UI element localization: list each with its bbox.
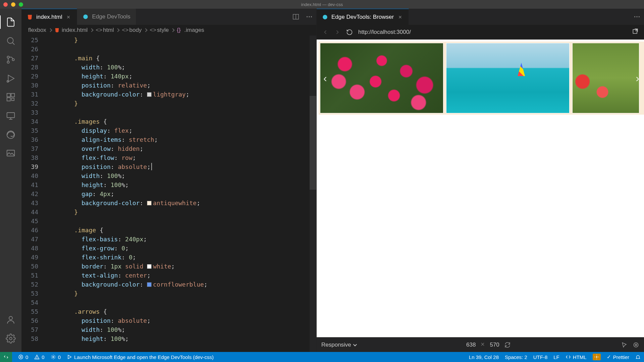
responsive-dropdown[interactable]: Responsive: [321, 342, 356, 348]
svg-point-30: [636, 16, 637, 17]
svg-rect-8: [11, 94, 14, 97]
remote-indicator[interactable]: [0, 352, 12, 362]
window-titlebar: index.html — dev-css: [0, 0, 644, 9]
source-control-icon[interactable]: [4, 53, 17, 66]
prettier-status[interactable]: ✓ Prettier: [607, 354, 629, 360]
breadcrumb[interactable]: flexbox index.html <> html <> body <> st…: [21, 25, 316, 36]
launch-task[interactable]: Launch Microsoft Edge and open the Edge …: [67, 354, 214, 360]
svg-rect-9: [7, 98, 10, 101]
open-external-icon[interactable]: [632, 28, 639, 36]
carousel-prev-icon[interactable]: ‹: [323, 72, 327, 84]
screencast-icon[interactable]: [621, 342, 628, 348]
explorer-icon[interactable]: [4, 15, 17, 29]
carousel-image: [446, 43, 570, 113]
viewport-height[interactable]: 570: [490, 342, 499, 348]
problems-warnings[interactable]: 0: [34, 354, 44, 360]
viewport-width[interactable]: 638: [466, 342, 476, 348]
chevron-right-icon: [144, 28, 148, 32]
image-preview-icon[interactable]: [4, 147, 17, 160]
code-area[interactable]: } .main { width: 100%; height: 140px; po…: [46, 36, 316, 352]
status-bar: 0 0 0 Launch Microsoft Edge and open the…: [0, 352, 644, 362]
encoding[interactable]: UTF-8: [533, 354, 548, 360]
tab-edge-browser[interactable]: Edge DevTools: Browser: [317, 9, 409, 25]
window-title: index.html — dev-css: [301, 2, 343, 7]
svg-line-1: [12, 43, 14, 45]
live-preview-icon[interactable]: [593, 354, 601, 360]
svg-point-20: [84, 14, 88, 19]
html-file-icon: [27, 14, 33, 20]
code-editor[interactable]: 2526272829303132333435363738394041424344…: [21, 36, 316, 352]
chevron-down-icon: [353, 342, 357, 346]
tab-label: index.html: [36, 14, 62, 20]
breadcrumb-item[interactable]: <> html: [96, 27, 114, 34]
accounts-icon[interactable]: [4, 313, 17, 326]
editor-tabs-left: index.html Edge DevTools: [21, 9, 316, 25]
minimap-thumb[interactable]: [310, 96, 316, 190]
url-bar[interactable]: http://localhost:3000/: [358, 29, 627, 36]
close-icon[interactable]: [397, 14, 403, 20]
svg-point-2: [7, 56, 9, 58]
breadcrumb-item[interactable]: <> body: [122, 27, 142, 34]
notifications-icon[interactable]: [635, 354, 641, 360]
svg-point-31: [639, 16, 640, 17]
extensions-icon[interactable]: [4, 90, 17, 104]
indentation[interactable]: Spaces: 2: [505, 354, 527, 360]
close-icon[interactable]: [65, 14, 71, 20]
zoom-window-button[interactable]: [19, 2, 23, 7]
search-icon[interactable]: [4, 34, 17, 48]
devtools-footer: Responsive 638 570: [317, 337, 644, 352]
remote-explorer-icon[interactable]: [4, 109, 17, 123]
svg-point-3: [7, 61, 9, 63]
svg-point-26: [323, 15, 327, 19]
carousel-image: [572, 43, 639, 113]
problems-errors[interactable]: 0: [18, 354, 28, 360]
tab-edge-devtools[interactable]: Edge DevTools: [77, 9, 136, 25]
code-icon: <>: [122, 27, 127, 33]
rotate-icon[interactable]: [504, 342, 511, 348]
minimap[interactable]: [310, 36, 316, 352]
settings-gear-icon[interactable]: [4, 332, 17, 345]
breadcrumb-item[interactable]: {} .images: [177, 27, 204, 34]
cursor-position[interactable]: Ln 39, Col 28: [469, 354, 499, 360]
editor-group-left: index.html Edge DevTools: [21, 9, 317, 352]
activity-bar: [0, 9, 21, 352]
svg-marker-43: [68, 355, 71, 359]
svg-point-17: [9, 337, 12, 340]
svg-point-0: [7, 38, 13, 44]
reload-button[interactable]: [346, 29, 353, 36]
svg-rect-10: [12, 98, 14, 101]
html-file-icon: [54, 27, 60, 33]
svg-point-44: [596, 356, 597, 358]
svg-rect-7: [7, 94, 10, 97]
emulation-settings-icon[interactable]: [633, 342, 639, 348]
breadcrumb-item[interactable]: <> style: [150, 27, 169, 34]
svg-point-41: [37, 358, 37, 359]
run-debug-icon[interactable]: [4, 72, 17, 85]
breadcrumb-item[interactable]: flexbox: [28, 27, 46, 34]
svg-marker-5: [8, 75, 14, 82]
carousel-next-icon[interactable]: ›: [636, 72, 639, 84]
code-icon: <>: [96, 27, 101, 33]
breadcrumb-item[interactable]: index.html: [54, 27, 88, 34]
edge-icon: [322, 14, 328, 20]
tab-index-html[interactable]: index.html: [21, 9, 77, 25]
minimize-window-button[interactable]: [11, 2, 15, 7]
eol[interactable]: LF: [553, 354, 559, 360]
dimension-separator: [480, 342, 485, 348]
back-button[interactable]: [322, 29, 329, 36]
carousel-image: [320, 43, 443, 113]
split-editor-icon[interactable]: [292, 13, 300, 20]
edge-tools-icon[interactable]: [4, 128, 17, 141]
more-actions-icon[interactable]: [306, 13, 313, 20]
svg-point-29: [634, 16, 635, 17]
svg-point-6: [7, 80, 9, 82]
more-actions-icon[interactable]: [633, 13, 641, 20]
browser-preview[interactable]: ‹ ›: [317, 40, 644, 337]
language-mode[interactable]: HTML: [566, 354, 587, 360]
close-window-button[interactable]: [3, 2, 8, 7]
svg-point-24: [309, 16, 310, 17]
ports-indicator[interactable]: 0: [51, 354, 61, 360]
traffic-lights: [3, 2, 23, 7]
svg-rect-15: [7, 150, 15, 156]
forward-button[interactable]: [334, 29, 341, 36]
